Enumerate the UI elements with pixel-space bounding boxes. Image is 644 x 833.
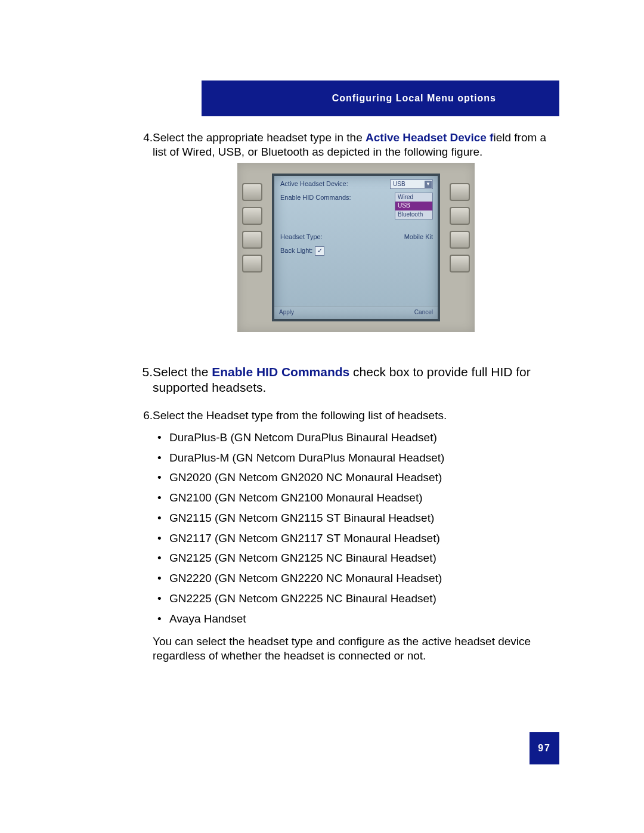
hardware-button [242, 255, 262, 272]
list-item: GN2225 (GN Netcom GN2225 NC Binaural Hea… [153, 589, 559, 609]
active-headset-value: USB [393, 181, 405, 187]
bezel-right [445, 163, 475, 332]
dropdown-option[interactable]: Bluetooth [395, 210, 432, 219]
hardware-button [242, 231, 262, 249]
document-page: Configuring Local Menu options 4. Select… [0, 80, 644, 833]
step-5: 5. Select the Enable HID Commands check … [130, 364, 559, 396]
step4-bold: Active Headset Device f [366, 131, 493, 144]
step4-pre: Select the appropriate headset type in t… [153, 131, 366, 144]
back-light-label: Back Light: [280, 247, 312, 255]
list-item: GN2220 (GN Netcom GN2220 NC Monaural Hea… [153, 568, 559, 589]
step-body: Select the Enable HID Commands check box… [153, 364, 559, 396]
apply-softkey[interactable]: Apply [279, 309, 294, 317]
dropdown-option-selected[interactable]: USB [395, 202, 432, 210]
step-number: 4. [130, 131, 153, 351]
list-item: GN2020 (GN Netcom GN2020 NC Monaural Hea… [153, 467, 559, 488]
step-body: Select the appropriate headset type in t… [153, 131, 559, 351]
check-icon: ✓ [317, 247, 323, 255]
list-item: DuraPlus-B (GN Netcom DuraPlus Binaural … [153, 428, 559, 448]
headset-list: DuraPlus-B (GN Netcom DuraPlus Binaural … [153, 428, 559, 629]
back-light-checkbox[interactable]: ✓ [315, 246, 324, 256]
footer: 97 [0, 700, 644, 833]
active-headset-label: Active Headset Device: [280, 180, 390, 188]
list-item: GN2115 (GN Netcom GN2115 ST Binaural Hea… [153, 508, 559, 528]
lcd-screen: Active Headset Device: USB ▼ Enable HID … [272, 174, 440, 321]
content-area: 4. Select the appropriate headset type i… [0, 116, 644, 700]
list-item: GN2125 (GN Netcom GN2125 NC Binaural Hea… [153, 548, 559, 568]
headset-dropdown-list[interactable]: Wired USB Bluetooth [395, 193, 433, 220]
device-photo: Active Headset Device: USB ▼ Enable HID … [237, 163, 475, 332]
figure: Active Headset Device: USB ▼ Enable HID … [153, 163, 559, 332]
step5-bold: Enable HID Commands [212, 365, 349, 379]
step-body: Select the Headset type from the followi… [153, 408, 559, 663]
hardware-button [242, 207, 262, 225]
step-4: 4. Select the appropriate headset type i… [130, 131, 559, 351]
step-number: 6. [130, 408, 153, 663]
step-6: 6. Select the Headset type from the foll… [130, 408, 559, 663]
dropdown-option[interactable]: Wired [395, 193, 432, 202]
step6-text: Select the Headset type from the followi… [153, 409, 447, 422]
headset-type-value: Mobile Kit [404, 233, 433, 241]
header-title: Configuring Local Menu options [332, 93, 496, 104]
step6-closing: You can select the headset type and conf… [153, 634, 559, 663]
step-number: 5. [130, 364, 153, 396]
hardware-button [450, 231, 470, 249]
list-item: DuraPlus-M (GN Netcom DuraPlus Monaural … [153, 448, 559, 468]
hardware-button [450, 207, 470, 225]
step-list: 4. Select the appropriate headset type i… [130, 131, 559, 663]
list-item: GN2100 (GN Netcom GN2100 Monaural Headse… [153, 488, 559, 508]
list-item: GN2117 (GN Netcom GN2117 ST Monaural Hea… [153, 528, 559, 549]
headset-type-label: Headset Type: [280, 233, 404, 241]
chevron-down-icon: ▼ [425, 181, 432, 188]
header-band: Configuring Local Menu options [202, 80, 559, 116]
bezel-left [237, 163, 267, 332]
hardware-button [450, 255, 470, 272]
hardware-button [450, 183, 470, 201]
step5-pre: Select the [153, 365, 212, 379]
list-item: Avaya Handset [153, 609, 559, 629]
hardware-button [242, 183, 262, 201]
cancel-softkey[interactable]: Cancel [414, 309, 433, 317]
page-number: 97 [530, 732, 559, 764]
active-headset-select[interactable]: USB ▼ [390, 179, 433, 190]
